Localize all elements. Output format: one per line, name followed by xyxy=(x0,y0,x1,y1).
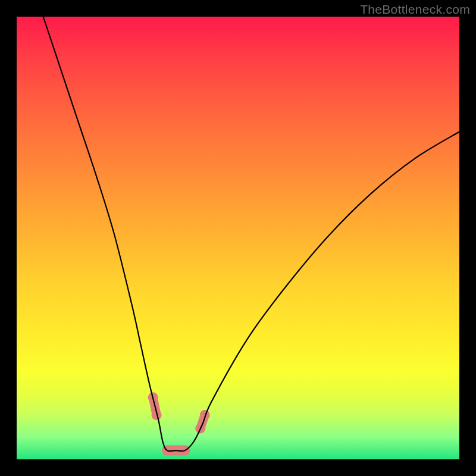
plot-area xyxy=(17,17,459,459)
outer-frame: TheBottleneck.com xyxy=(0,0,476,476)
marker-layer xyxy=(148,392,210,450)
chart-svg xyxy=(17,17,459,459)
bottleneck-curve xyxy=(43,17,459,451)
watermark-text: TheBottleneck.com xyxy=(360,2,470,17)
